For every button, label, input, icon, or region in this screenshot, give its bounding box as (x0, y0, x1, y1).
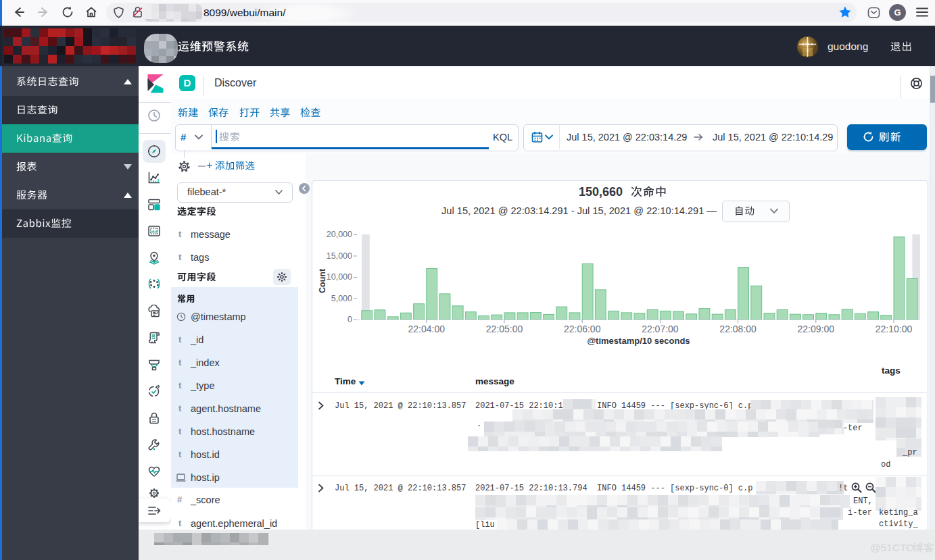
svg-text:22:04:00: 22:04:00 (408, 324, 446, 334)
svg-text:5,000: 5,000 (331, 294, 352, 303)
svg-text:22:06:00: 22:06:00 (564, 324, 601, 334)
svg-text:20,000: 20,000 (327, 230, 352, 239)
svg-text:22:05:00: 22:05:00 (486, 324, 523, 334)
svg-text:22:07:00: 22:07:00 (642, 324, 679, 334)
svg-text:22:09:00: 22:09:00 (798, 324, 835, 334)
svg-text:22:10:00: 22:10:00 (876, 324, 913, 334)
svg-text:15,000: 15,000 (327, 251, 352, 261)
svg-text:10,000: 10,000 (327, 272, 352, 282)
svg-text:0: 0 (347, 315, 352, 324)
svg-text:22:08:00: 22:08:00 (719, 324, 757, 334)
